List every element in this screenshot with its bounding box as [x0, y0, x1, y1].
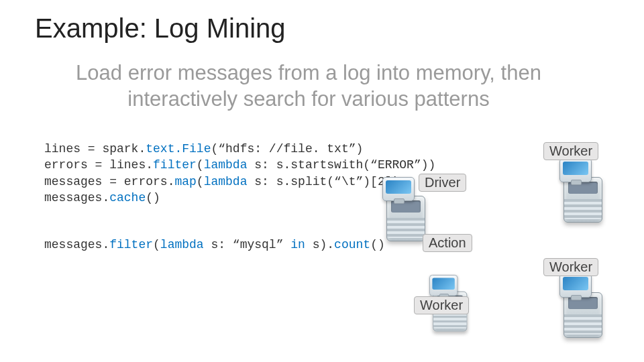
- code-func: map: [174, 175, 196, 188]
- code-text: messages.: [44, 238, 109, 251]
- code-text: s: s.startswith(“ERROR”)): [247, 158, 435, 172]
- server-icon: [559, 274, 606, 341]
- code-text: (): [146, 191, 160, 204]
- code-keyword: lambda: [204, 158, 248, 172]
- server-rack-icon: [564, 177, 602, 223]
- slide: Example: Log Mining Load error messages …: [0, 0, 644, 362]
- action-label: Action: [423, 234, 472, 252]
- code-text: s).: [305, 238, 334, 251]
- code-func: text.File: [146, 142, 211, 156]
- code-text: messages.: [44, 191, 109, 204]
- server-monitor-icon: [382, 177, 415, 201]
- code-text: (: [153, 238, 160, 251]
- driver-label: Driver: [419, 174, 466, 192]
- code-text: errors = lines.: [44, 158, 153, 172]
- worker-label: Worker: [543, 258, 598, 276]
- code-func: filter: [109, 238, 153, 251]
- server-rack-icon: [564, 292, 602, 338]
- code-text: s: “mysql”: [204, 238, 291, 251]
- subtitle: Load error messages from a log into memo…: [34, 60, 584, 113]
- worker-label: Worker: [543, 142, 598, 160]
- code-func: cache: [109, 191, 146, 204]
- code-text: messages = errors.: [44, 175, 174, 188]
- code-keyword: in: [290, 238, 305, 251]
- server-rack-icon: [386, 196, 425, 241]
- worker-label: Worker: [414, 296, 469, 314]
- server-icon: [559, 158, 606, 225]
- code-block-main: lines = spark.text.File(“hdfs: //file. t…: [44, 141, 435, 206]
- code-keyword: lambda: [160, 238, 204, 251]
- code-func: filter: [153, 158, 197, 172]
- code-text: lines = spark.: [44, 142, 146, 156]
- page-title: Example: Log Mining: [35, 13, 286, 44]
- code-block-action: messages.filter(lambda s: “mysql” in s).…: [44, 238, 385, 251]
- code-text: (: [197, 158, 204, 172]
- server-monitor-icon: [559, 274, 592, 298]
- code-text: (“hdfs: //file. txt”): [211, 142, 363, 156]
- code-text: s: s.split(“\t”)[2]): [247, 175, 399, 188]
- code-keyword: lambda: [204, 175, 248, 188]
- server-monitor-icon: [559, 158, 592, 182]
- server-monitor-icon: [429, 275, 458, 296]
- code-func: count: [334, 238, 370, 251]
- code-text: (: [197, 175, 204, 188]
